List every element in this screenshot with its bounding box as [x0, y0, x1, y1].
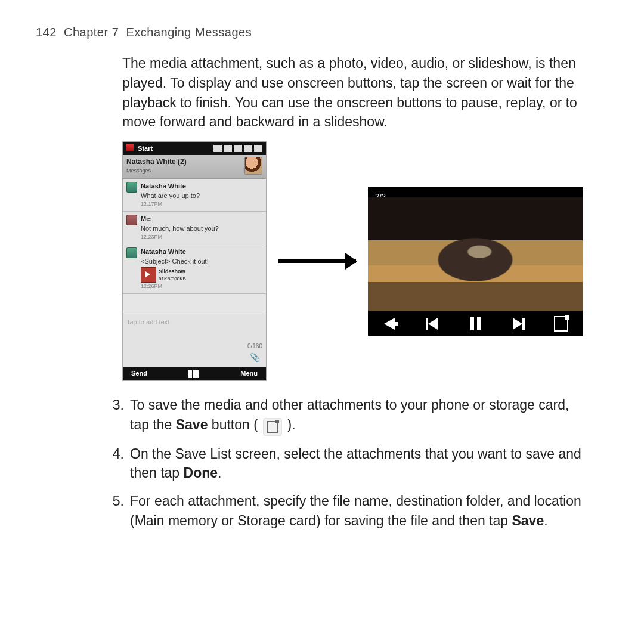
message-sender: Me: [141, 215, 219, 224]
slideshow-thumbnail [141, 267, 156, 283]
attach-icon: 📎 [250, 352, 260, 364]
send-label: Send [131, 369, 147, 379]
message-item: Me: Not much, how about you? 12:23PM [123, 212, 266, 244]
step-number: 4. [107, 444, 130, 483]
message-time: 12:26PM [141, 283, 262, 290]
save-button[interactable] [554, 317, 568, 331]
thread-header: Natasha White (2) Messages [123, 155, 266, 179]
next-button[interactable] [511, 317, 525, 331]
mms-subject: <Subject> Check it out! [141, 257, 262, 267]
message-sender: Natasha White [141, 182, 200, 191]
start-icon [126, 144, 134, 151]
self-icon [126, 215, 137, 225]
thread-sublabel: Messages [126, 167, 187, 175]
page-number: 142 [36, 26, 57, 39]
message-sender: Natasha White [141, 247, 262, 257]
phone-statusbar: Start [123, 142, 266, 155]
char-counter: 0/160 [247, 342, 262, 351]
message-time: 12:17PM [141, 200, 200, 208]
compose-placeholder: Tap to add text [126, 318, 262, 327]
message-item: Natasha White What are you up to? 12:17P… [123, 179, 266, 212]
previous-button[interactable] [425, 317, 439, 331]
mms-item: Natasha White <Subject> Check it out! Sl… [123, 244, 266, 294]
intro-paragraph: The media attachment, such as a photo, v… [122, 54, 590, 132]
status-icons [213, 145, 262, 152]
attachment-label: Slideshow [159, 268, 186, 275]
slideshow-photo [368, 197, 583, 311]
attachment-size: 61KB/600KB [159, 275, 186, 282]
start-label: Start [138, 145, 153, 152]
compose-area: Tap to add text 0/160 📎 [123, 314, 266, 367]
arrow-icon [278, 258, 356, 265]
step-number: 5. [107, 491, 130, 530]
keyboard-icon [188, 370, 199, 378]
contact-icon [126, 247, 137, 258]
step-3-text: To save the media and other attachments … [130, 395, 584, 436]
save-icon [263, 418, 282, 436]
menu-label: Menu [240, 369, 258, 379]
message-body: Not much, how about you? [141, 224, 219, 234]
page-header: 142 Chapter 7 Exchanging Messages [36, 24, 608, 41]
avatar [244, 157, 262, 175]
message-body: What are you up to? [141, 191, 200, 201]
phone-bottom-bar: Send Menu [123, 367, 266, 380]
phone-screenshot: Start Natasha White (2) Messages Natasha… [122, 141, 267, 381]
step-5-text: For each attachment, specify the file na… [130, 491, 584, 530]
step-4-text: On the Save List screen, select the atta… [130, 444, 584, 483]
step-number: 3. [107, 395, 130, 436]
media-player: 2/2 [368, 187, 583, 336]
player-controls [368, 312, 583, 336]
chapter-title: Exchanging Messages [126, 26, 252, 39]
message-time: 12:23PM [141, 233, 219, 241]
back-button[interactable] [382, 317, 397, 331]
contact-icon [126, 182, 137, 193]
thread-name: Natasha White (2) [126, 157, 187, 167]
message-list: Natasha White What are you up to? 12:17P… [123, 179, 266, 294]
chapter-label: Chapter 7 [64, 26, 119, 39]
pause-button[interactable] [468, 317, 482, 331]
